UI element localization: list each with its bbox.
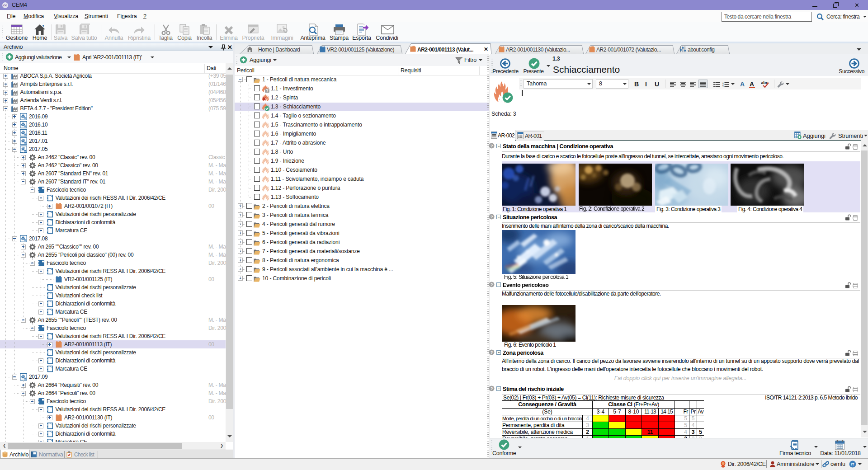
- svg-text:3: 3: [722, 85, 724, 87]
